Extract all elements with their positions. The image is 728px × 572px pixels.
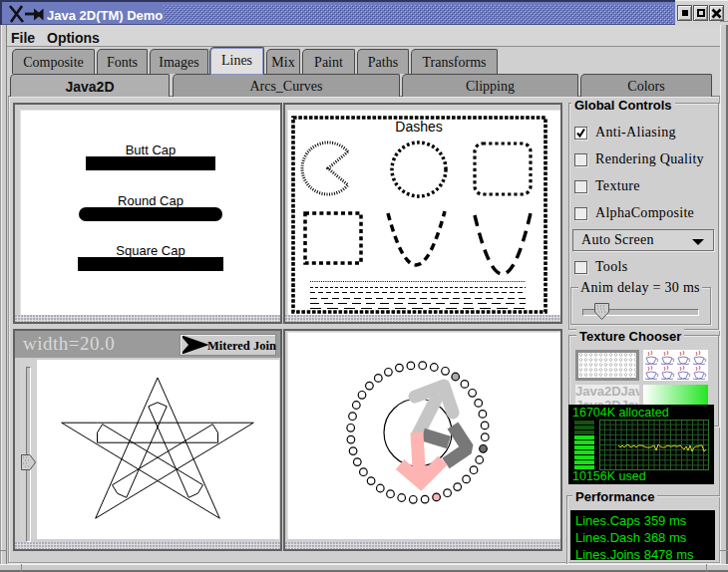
svg-text:Dashes: Dashes [395, 119, 442, 135]
